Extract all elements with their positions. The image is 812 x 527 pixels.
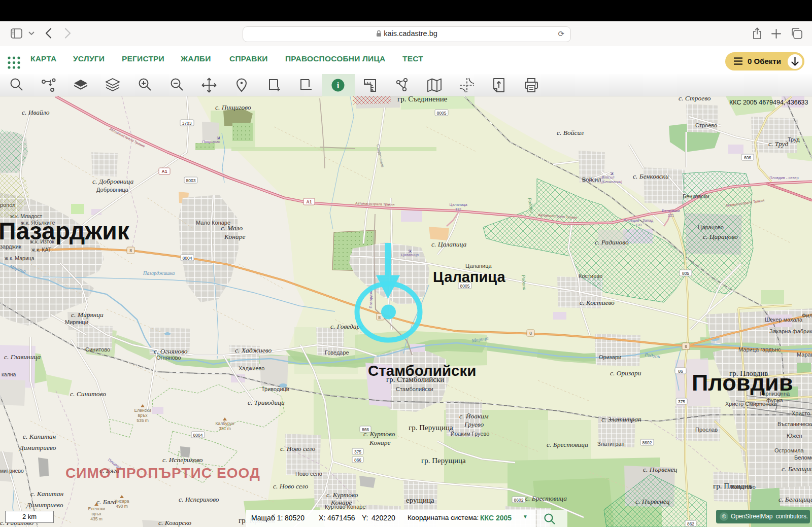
svg-text:Синитово: Синитово — [85, 346, 110, 353]
svg-text:с. Исперихово: с. Исперихово — [162, 456, 203, 464]
svg-text:Пловдив - Запад: Пловдив - Запад — [624, 218, 654, 223]
svg-text:8005: 8005 — [437, 111, 447, 116]
svg-text:Куртово Конаре: Куртово Конаре — [325, 504, 366, 510]
svg-text:Еленски: Еленски — [88, 506, 105, 511]
svg-text:ж.к. Марица: ж.к. Марица — [5, 255, 35, 261]
svg-text:Марица гардънс: Марица гардънс — [738, 346, 781, 353]
svg-text:Остромила: Остромила — [774, 447, 804, 453]
svg-text:535 m: 535 m — [137, 418, 149, 423]
svg-text:Оризари: Оризари — [599, 354, 621, 360]
svg-text:Димитриево: Димитриево — [18, 444, 56, 451]
svg-text:Пазарджишка: Пазарджишка — [143, 270, 175, 276]
svg-text:с. Исперихово: с. Исперихово — [179, 496, 219, 503]
svg-text:с. Куртово: с. Куртово — [326, 491, 358, 499]
svg-text:Въстанически: Въстанически — [777, 421, 812, 427]
svg-text:с. Бяга: с. Бяга — [96, 498, 117, 506]
svg-text:862: 862 — [687, 521, 694, 526]
svg-text:А1: А1 — [307, 199, 312, 204]
svg-text:120: 120 — [635, 223, 642, 227]
svg-text:с. Радиново: с. Радиново — [595, 238, 629, 246]
svg-text:с. Труд: с. Труд — [768, 140, 788, 148]
svg-text:Строево: Строево — [695, 122, 717, 128]
svg-text:Пазарджик: Пазарджик — [0, 218, 130, 244]
svg-text:Мало Конаре: Мало Конаре — [196, 220, 230, 226]
svg-text:А1: А1 — [162, 169, 167, 174]
svg-text:8: 8 — [129, 248, 132, 253]
svg-text:Цалапица: Цалапица — [449, 202, 467, 207]
svg-text:Цалапица: Цалапица — [401, 253, 419, 257]
svg-text:кална: кална — [2, 371, 16, 377]
svg-text:Бенковски: Бенковски — [683, 193, 709, 199]
svg-text:с. Бенковски: с. Бенковски — [633, 172, 669, 180]
svg-text:Хисара: Хисара — [115, 499, 129, 504]
svg-text:Филип: Филип — [802, 312, 812, 319]
svg-text:с. Строево: с. Строево — [679, 96, 711, 102]
svg-text:гр. Перущица: гр. Перущица — [421, 456, 466, 465]
svg-text:8602: 8602 — [514, 498, 524, 503]
svg-text:Хаджиево: Хаджиево — [239, 365, 264, 371]
svg-text:8: 8 — [529, 331, 532, 336]
svg-text:с. Пищигово: с. Пищигово — [215, 103, 251, 111]
svg-text:с. Хаджиево: с. Хаджиево — [235, 346, 272, 354]
svg-text:ерущица: ерущица — [406, 496, 434, 504]
svg-text:с. Златитрап: с. Златитрап — [601, 415, 641, 423]
svg-text:Мараша: Мараша — [797, 352, 812, 358]
svg-text:с. Войсил: с. Войсил — [557, 129, 584, 136]
svg-text:с. Белащица: с. Белащица — [779, 496, 812, 503]
svg-text:митриево: митриево — [0, 468, 24, 474]
svg-text:86: 86 — [678, 369, 683, 374]
svg-text:с. Главиница: с. Главиница — [4, 353, 41, 361]
svg-text:Конаре: Конаре — [369, 439, 390, 446]
svg-text:Димитриево: Димитриево — [25, 501, 63, 509]
svg-text:Мирянци: Мирянци — [65, 319, 88, 325]
svg-text:с. Цалапица: с. Цалапица — [431, 240, 466, 248]
svg-text:8004: 8004 — [183, 256, 192, 261]
svg-text:(Бенковски): (Бенковски) — [601, 180, 623, 184]
svg-text:805: 805 — [682, 271, 689, 276]
svg-text:с. Брестовица: с. Брестовица — [547, 441, 588, 448]
svg-text:гр. Перущица: гр. Перущица — [409, 424, 453, 432]
svg-text:8602: 8602 — [642, 440, 652, 445]
svg-text:с. Йоаким: с. Йоаким — [459, 412, 489, 420]
svg-text:Триводици: Триводици — [261, 386, 289, 392]
svg-text:8003: 8003 — [186, 178, 196, 183]
svg-text:с. Мирянци: с. Мирянци — [71, 311, 104, 319]
svg-text:Конаре: Конаре — [224, 233, 245, 240]
svg-text:Говедаре: Говедаре — [325, 349, 349, 356]
svg-text:с. Първенец: с. Първенец — [643, 466, 678, 473]
svg-text:връх: връх — [92, 511, 102, 516]
svg-text:с. Ивайло: с. Ивайло — [22, 109, 50, 116]
svg-text:Войсил: Войсил — [601, 175, 615, 180]
svg-text:3703: 3703 — [182, 121, 192, 126]
svg-text:с. Куртово: с. Куртово — [363, 430, 395, 438]
svg-text:с. Триводици: с. Триводици — [248, 399, 285, 406]
svg-text:121: 121 — [668, 213, 674, 218]
svg-text:Прослав: Прослав — [695, 427, 718, 433]
svg-text:Ново село: Ново село — [295, 471, 322, 477]
svg-text:490 m: 490 m — [116, 504, 128, 509]
svg-text:8: 8 — [685, 344, 687, 349]
svg-text:Калбурун: Калбурун — [215, 421, 234, 426]
svg-text:375: 375 — [678, 399, 685, 404]
svg-text:Цалапица: Цалапица — [433, 269, 505, 285]
svg-text:Стамболийски: Стамболийски — [368, 362, 476, 379]
svg-text:с. Капитан: с. Капитан — [23, 433, 56, 440]
svg-text:375: 375 — [354, 449, 361, 454]
svg-text:Южен: Южен — [787, 433, 802, 439]
svg-text:Труд: Труд — [788, 136, 800, 143]
svg-text:с. Белащица: с. Белащица — [782, 465, 812, 473]
svg-text:с. Първенец: с. Първенец — [635, 498, 670, 505]
svg-text:Христо Бот: Христо Бот — [792, 410, 812, 416]
svg-text:с. Брестовица: с. Брестовица — [525, 495, 567, 502]
svg-text:Бенковски: Бенковски — [662, 208, 680, 213]
svg-text:Еленски: Еленски — [134, 408, 151, 413]
svg-text:8: 8 — [378, 315, 381, 320]
svg-text:Груево: Груево — [464, 420, 484, 428]
svg-text:Шекер махала: Шекер махала — [765, 317, 803, 323]
svg-text:връх: връх — [138, 413, 148, 418]
svg-text:Пловдив - север: Пловдив - север — [769, 175, 798, 180]
svg-text:112: 112 — [455, 207, 461, 212]
svg-text:Захарна фабрика: Захарна фабрика — [769, 328, 812, 334]
svg-text:Царацово: Царацово — [698, 224, 724, 230]
svg-text:Коматево: Коматево — [731, 484, 756, 490]
